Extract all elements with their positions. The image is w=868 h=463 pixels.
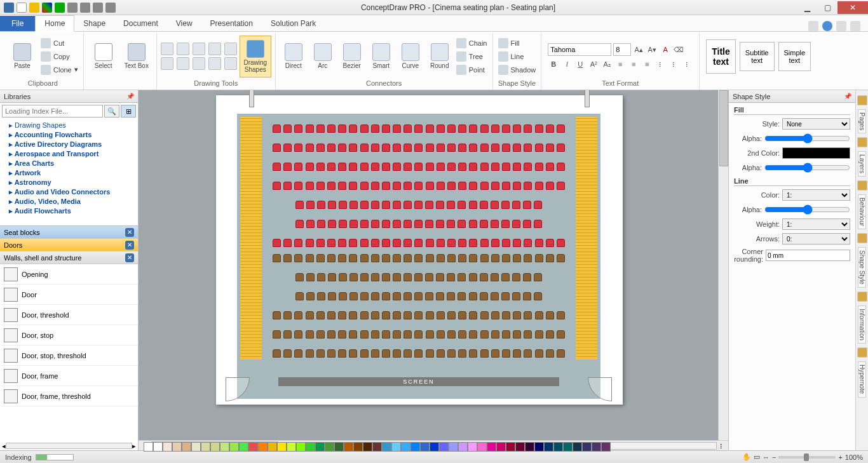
palette-swatch[interactable] [268,442,277,452]
palette-swatch[interactable] [410,442,420,452]
line-arrows[interactable]: 0: [782,233,850,245]
text-box-button[interactable]: Text Box [121,36,153,77]
file-tab[interactable]: File [0,16,35,31]
palette-swatch[interactable] [515,442,525,452]
lib-item[interactable]: ▸ Astronomy [9,178,138,187]
conn-direct[interactable]: Direct [280,43,308,69]
lib-item[interactable]: ▸ Active Directory Diagrams [9,140,138,149]
underline-button[interactable]: U [574,58,586,70]
sidetab-icon[interactable] [857,347,867,358]
zoom-out-icon[interactable]: − [772,453,776,461]
conn-bezier[interactable]: Bezier [338,43,366,69]
style-simple[interactable]: Simple text [778,42,811,71]
ribbon-layout-icon[interactable] [808,21,818,31]
superscript-icon[interactable]: A² [588,58,599,70]
zoom-slider[interactable] [778,456,836,459]
search-input[interactable] [2,105,103,117]
tab-presentation[interactable]: Presentation [201,16,262,31]
palette-swatch[interactable] [401,442,410,452]
copy-button[interactable]: Copy [39,50,79,63]
line-color[interactable]: 1: [782,189,850,201]
palette-swatch[interactable] [258,442,268,452]
style-title[interactable]: Title text [706,39,736,74]
subscript-icon[interactable]: A₂ [601,58,613,70]
hand-tool-icon[interactable]: ✋ [742,453,751,461]
conn-curve[interactable]: Curve [397,43,424,69]
acc-doors[interactable]: Doors✕ [0,239,138,252]
cut-button[interactable]: Cut [39,37,79,50]
door-item[interactable]: Door, frame, threshold [0,386,138,406]
qat-print-icon[interactable] [93,3,103,13]
palette-swatch[interactable] [277,442,287,452]
font-shrink-icon[interactable]: A▾ [646,44,658,55]
qat-undo-icon[interactable] [67,3,78,13]
search-button[interactable]: 🔍 [104,105,119,117]
palette-swatch[interactable] [363,442,372,452]
palette-swatch[interactable] [296,442,306,452]
palette-swatch[interactable] [525,442,534,452]
paste-button[interactable]: Paste [6,36,38,77]
palette-swatch[interactable] [191,442,201,452]
line-button[interactable]: Line [497,50,538,63]
help-icon[interactable] [822,21,832,31]
palette-swatch[interactable] [210,442,220,452]
lib-item[interactable]: ▸ Aerospace and Transport [9,149,138,159]
door-item[interactable]: Door [0,285,138,305]
search-mode-button[interactable]: ⊞ [121,105,136,117]
h-scroll[interactable] [6,443,132,449]
lib-item[interactable]: ▸ Audit Flowcharts [9,206,138,216]
sidetab-icon[interactable] [857,233,867,243]
sidetab-pages[interactable]: Pages [858,109,866,133]
clear-format-icon[interactable]: ⌫ [673,44,684,55]
tab-shape[interactable]: Shape [74,16,114,31]
maximize-button[interactable]: ▢ [817,1,837,14]
palette-swatch[interactable] [372,442,382,452]
canvas[interactable]: SCREEN [139,90,728,440]
palette-swatch[interactable] [553,442,563,452]
app-menu-icon[interactable] [4,3,14,13]
palette-swatch[interactable] [506,442,515,452]
lib-item[interactable]: ▸ Drawing Shapes [9,121,138,130]
lib-item[interactable]: ▸ Accounting Flowcharts [9,130,138,140]
tab-view[interactable]: View [167,16,201,31]
palette-swatch[interactable] [344,442,353,452]
ribbon-collapse-icon[interactable] [836,21,846,31]
conn-arc[interactable]: Arc [309,43,337,69]
pin-icon[interactable]: 📌 [844,93,851,100]
palette-swatch[interactable] [353,442,363,452]
palette-swatch[interactable] [153,442,163,452]
lib-item[interactable]: ▸ Audio and Video Connectors [9,187,138,197]
conn-smart[interactable]: Smart [367,43,395,69]
palette-swatch[interactable] [563,442,573,452]
palette-swatch[interactable] [487,442,496,452]
qat-save-icon[interactable] [55,3,65,13]
door-item[interactable]: Opening [0,264,138,285]
sidetab-hypernote[interactable]: Hypernote [858,361,866,397]
shadow-button[interactable]: Shadow [497,64,538,76]
palette-swatch[interactable] [391,442,401,452]
font-grow-icon[interactable]: A▴ [633,44,644,55]
sidetab-icon[interactable] [857,292,867,302]
drawing-tools-grid[interactable] [161,43,238,70]
palette-swatch[interactable] [334,442,344,452]
tab-solution-park[interactable]: Solution Park [262,16,325,31]
qat-insert-icon[interactable] [105,3,116,13]
fill-alpha[interactable] [764,133,850,144]
conn-point[interactable]: Point [455,64,489,76]
palette-picker-icon[interactable] [144,442,153,452]
scroll-right-icon[interactable]: ▸ [132,442,136,450]
align-center-icon[interactable]: ≡ [628,58,639,70]
style-subtitle[interactable]: Subtitle text [740,42,775,71]
conn-tree[interactable]: Tree [455,50,489,63]
font-size[interactable] [613,43,631,56]
zoom-in-icon[interactable]: + [838,453,842,461]
palette-swatch[interactable] [382,442,391,452]
palette-swatch[interactable] [248,442,258,452]
fit-width-icon[interactable]: ↔ [763,453,770,461]
sidetab-icon[interactable] [857,137,867,147]
palette-swatch[interactable] [201,442,210,452]
conn-chain[interactable]: Chain [455,37,489,50]
palette-swatch[interactable] [573,442,582,452]
tab-home[interactable]: Home [35,15,74,32]
line-weight[interactable]: 1: [782,218,850,230]
